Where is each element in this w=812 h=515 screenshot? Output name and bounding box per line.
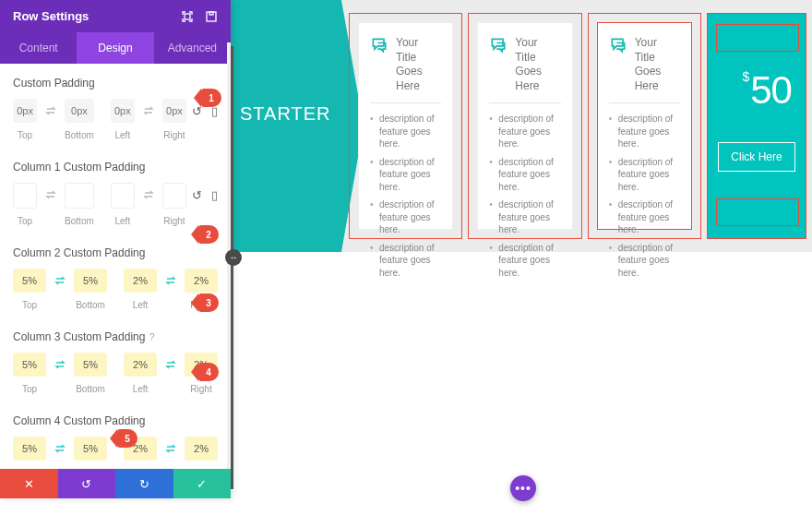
- link-icon[interactable]: [140, 183, 157, 200]
- padding-left-input[interactable]: 2%: [124, 269, 157, 293]
- padding-label: Bottom: [65, 216, 94, 226]
- padding-right-input[interactable]: [162, 183, 186, 209]
- selection-box: [716, 198, 799, 226]
- padding-row: TopBottomLeftRight↺▯: [13, 183, 218, 226]
- padding-row: 0pxTop0pxBottom0pxLeft0pxRight↺▯: [13, 99, 218, 140]
- price-amount: $50: [742, 68, 792, 113]
- padding-label: Right: [163, 130, 185, 140]
- padding-right-input[interactable]: 0px: [162, 99, 186, 123]
- padding-top-input[interactable]: 5%: [13, 269, 46, 293]
- padding-right-input[interactable]: 2%: [185, 269, 218, 293]
- padding-top-input[interactable]: 5%: [13, 437, 46, 461]
- padding-label: Bottom: [76, 300, 105, 310]
- link-icon[interactable]: [162, 269, 179, 286]
- annotation-marker: 2: [198, 225, 219, 244]
- column-4[interactable]: Your TitleGoes Here description of featu…: [588, 13, 701, 239]
- pricing-card: Your TitleGoes Here description of featu…: [477, 22, 572, 230]
- padding-bottom-input[interactable]: [65, 183, 94, 209]
- list-item: description of feature goes here.: [370, 242, 441, 280]
- link-icon[interactable]: [42, 99, 59, 116]
- link-icon[interactable]: [42, 183, 59, 200]
- padding-right-input[interactable]: 2%: [185, 437, 218, 461]
- column-2[interactable]: Your TitleGoes Here description of featu…: [349, 13, 462, 239]
- padding-right: 0pxRight: [162, 99, 186, 140]
- padding-top: Top: [13, 183, 37, 226]
- list-item: description of feature goes here.: [370, 113, 441, 150]
- list-item: description of feature goes here.: [370, 156, 441, 194]
- padding-bottom-input[interactable]: 5%: [74, 269, 107, 293]
- panel-title: Row Settings: [13, 9, 89, 23]
- padding-label: Top: [22, 384, 37, 394]
- panel-footer: ✕ ↺ ↻ ✓: [0, 469, 231, 498]
- padding-section: Column 1 Custom PaddingTopBottomLeftRigh…: [13, 161, 218, 226]
- padding-left-input[interactable]: 2%: [124, 353, 157, 377]
- expand-icon[interactable]: [181, 10, 194, 23]
- list-item: description of feature goes here.: [489, 113, 560, 150]
- reset-icon[interactable]: ↺: [192, 188, 202, 202]
- padding-row: 5%Top5%Bottom2%Left2%Right: [13, 269, 218, 310]
- padding-left-input[interactable]: [111, 183, 135, 209]
- padding-label: Top: [22, 300, 37, 310]
- padding-right: 2%Right: [185, 437, 218, 469]
- padding-left: Left: [111, 183, 135, 226]
- padding-label: Right: [163, 216, 185, 226]
- link-icon[interactable]: [140, 99, 157, 116]
- feature-list: description of feature goes here. descri…: [370, 113, 441, 279]
- canvas-preview: STARTER Your TitleGoes Here description …: [231, 0, 812, 252]
- padding-bottom: 5%Bottom: [74, 353, 107, 394]
- fab-more-button[interactable]: •••: [510, 475, 536, 501]
- padding-top: 5%Top: [13, 353, 46, 394]
- column-5-price[interactable]: $50 Click Here: [707, 13, 806, 239]
- padding-bottom-input[interactable]: 5%: [74, 437, 107, 461]
- undo-button[interactable]: ↺: [58, 469, 116, 498]
- padding-section: Column 2 Custom Padding5%Top5%Bottom2%Le…: [13, 246, 218, 310]
- tab-advanced[interactable]: Advanced: [154, 32, 231, 64]
- padding-label: Top: [18, 216, 32, 226]
- padding-bottom: 0pxBottom: [65, 99, 94, 140]
- columns-wrapper: Your TitleGoes Here description of featu…: [349, 13, 806, 239]
- padding-left: 0pxLeft: [111, 99, 135, 140]
- list-item: description of feature goes here.: [489, 242, 560, 280]
- link-icon[interactable]: [162, 353, 179, 370]
- padding-top: 5%Top: [13, 269, 46, 310]
- panel-resize-handle[interactable]: ↔: [225, 249, 242, 266]
- section-title: Column 3 Custom Padding?: [13, 330, 218, 343]
- help-icon[interactable]: ?: [149, 331, 154, 342]
- padding-top-input[interactable]: [13, 183, 37, 209]
- link-icon[interactable]: [162, 437, 179, 454]
- tab-design[interactable]: Design: [77, 32, 153, 64]
- save-button[interactable]: ✓: [173, 469, 232, 498]
- annotation-marker: 5: [117, 429, 137, 448]
- padding-top-input[interactable]: 0px: [13, 99, 37, 123]
- link-icon[interactable]: [52, 353, 68, 370]
- padding-section: Custom Padding0pxTop0pxBottom0pxLeft0pxR…: [13, 77, 218, 140]
- padding-right: Right: [162, 183, 186, 226]
- cta-button[interactable]: Click Here: [718, 142, 795, 172]
- link-icon[interactable]: [52, 437, 68, 454]
- chat-icon: [489, 36, 508, 58]
- padding-left-input[interactable]: 0px: [111, 99, 135, 123]
- card-title: Your TitleGoes Here: [396, 36, 441, 93]
- responsive-icon[interactable]: ▯: [211, 188, 218, 202]
- list-item: description of feature goes here.: [370, 198, 441, 236]
- padding-label: Right: [190, 384, 211, 394]
- padding-label: Left: [115, 216, 131, 226]
- padding-bottom: Bottom: [65, 183, 94, 226]
- column-3[interactable]: Your TitleGoes Here description of featu…: [468, 13, 581, 239]
- annotation-marker: 3: [198, 293, 219, 312]
- tab-content[interactable]: Content: [0, 32, 77, 64]
- reset-controls: ↺▯: [192, 183, 218, 202]
- padding-top-input[interactable]: 5%: [13, 353, 46, 377]
- save-icon[interactable]: [205, 10, 218, 23]
- svg-rect-2: [209, 12, 213, 15]
- starter-banner: [231, 0, 341, 252]
- padding-label: Bottom: [65, 130, 94, 140]
- pricing-card: Your TitleGoes Here description of featu…: [597, 22, 692, 230]
- redo-button[interactable]: ↻: [115, 469, 173, 498]
- list-item: description of feature goes here.: [489, 198, 560, 236]
- list-item: description of feature goes here.: [609, 113, 680, 150]
- cancel-button[interactable]: ✕: [0, 469, 58, 498]
- link-icon[interactable]: [52, 269, 68, 286]
- padding-bottom-input[interactable]: 0px: [65, 99, 94, 123]
- padding-bottom-input[interactable]: 5%: [74, 353, 107, 377]
